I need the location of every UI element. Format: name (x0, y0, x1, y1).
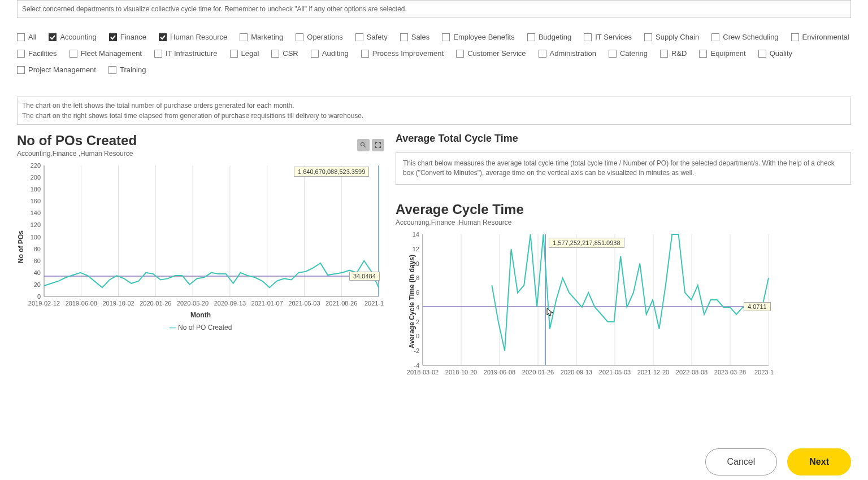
checkbox-label: Employee Benefits (453, 33, 514, 41)
department-checkbox-fleet-management[interactable]: Fleet Management (70, 49, 142, 58)
checkbox-icon (644, 33, 652, 41)
department-checkbox-all[interactable]: All (17, 33, 36, 41)
svg-text:2020-01-26: 2020-01-26 (140, 300, 171, 307)
department-checkbox-administration[interactable]: Administration (539, 49, 596, 58)
svg-text:2021-05-03: 2021-05-03 (599, 369, 631, 376)
checkbox-icon (108, 66, 116, 74)
checkbox-icon (456, 50, 464, 58)
checkbox-icon (271, 50, 279, 58)
department-checkbox-environmental[interactable]: Environmental (791, 33, 849, 41)
svg-text:160: 160 (31, 198, 41, 204)
department-checkbox-it-services[interactable]: IT Services (584, 33, 632, 41)
department-checkbox-group: AllAccountingFinanceHuman ResourceMarket… (17, 33, 851, 74)
department-checkbox-quality[interactable]: Quality (758, 49, 792, 58)
department-checkbox-auditing[interactable]: Auditing (311, 49, 349, 58)
svg-text:0: 0 (37, 293, 41, 300)
department-checkbox-safety[interactable]: Safety (355, 33, 388, 41)
svg-text:14: 14 (413, 231, 419, 238)
svg-text:12: 12 (413, 246, 419, 252)
department-checkbox-equipment[interactable]: Equipment (699, 49, 745, 58)
left-legend: — No of PO Created (17, 324, 384, 331)
department-checkbox-catering[interactable]: Catering (609, 49, 648, 58)
department-checkbox-customer-service[interactable]: Customer Service (456, 49, 526, 58)
svg-text:2020-01-26: 2020-01-26 (522, 369, 554, 376)
checkbox-icon (154, 50, 162, 58)
department-checkbox-supply-chain[interactable]: Supply Chain (644, 33, 699, 41)
svg-text:120: 120 (31, 221, 41, 228)
svg-text:100: 100 (31, 234, 41, 241)
checkbox-icon (442, 33, 450, 41)
department-checkbox-accounting[interactable]: Accounting (49, 33, 96, 41)
checkbox-label: Environmental (802, 33, 849, 41)
next-button[interactable]: Next (787, 448, 851, 475)
department-checkbox-crew-scheduling[interactable]: Crew Scheduling (711, 33, 778, 41)
checkbox-icon (609, 50, 617, 58)
checkbox-icon (699, 50, 707, 58)
right-tooltip: 1,577,252,217,851.0938 (549, 238, 624, 248)
checkbox-label: Training (120, 66, 146, 74)
checkbox-label: Administration (550, 49, 596, 58)
department-checkbox-operations[interactable]: Operations (296, 33, 343, 41)
instructions-text: Select concerned departments to visualiz… (22, 5, 407, 13)
department-checkbox-sales[interactable]: Sales (400, 33, 430, 41)
svg-text:2018-03-02: 2018-03-02 (407, 369, 439, 376)
checkbox-label: IT Infrastructure (166, 49, 218, 58)
right-y-axis-label: Average Cycle Time (in days) (408, 255, 416, 348)
department-checkbox-marketing[interactable]: Marketing (240, 33, 283, 41)
left-x-axis-label: Month (17, 311, 384, 319)
svg-text:6: 6 (416, 289, 419, 296)
department-checkbox-csr[interactable]: CSR (271, 49, 298, 58)
svg-text:220: 220 (31, 162, 41, 169)
checkbox-label: Equipment (710, 49, 745, 58)
right-chart-plot[interactable]: Average Cycle Time (in days) 2018-03-022… (396, 231, 851, 378)
left-chart-column: No of POs Created Accounting,Finance ,Hu… (17, 133, 384, 378)
checkbox-label: Accounting (60, 33, 96, 41)
checkbox-label: IT Services (595, 33, 632, 41)
checkbox-label: All (28, 33, 36, 41)
instructions-panel: Select concerned departments to visualiz… (17, 0, 851, 18)
department-checkbox-training[interactable]: Training (108, 66, 146, 74)
expand-icon[interactable] (372, 139, 384, 151)
right-chart-title: Average Cycle Time (396, 202, 851, 217)
department-checkbox-process-improvement[interactable]: Process Improvement (361, 49, 444, 58)
svg-text:2021-12-2: 2021-12-2 (364, 300, 384, 307)
cancel-button[interactable]: Cancel (705, 448, 778, 475)
checkbox-label: Human Resource (170, 33, 227, 41)
left-y-axis-label: No of POs (17, 230, 25, 263)
checkbox-icon (49, 33, 57, 41)
department-checkbox-facilities[interactable]: Facilities (17, 49, 57, 58)
checkbox-icon (400, 33, 408, 41)
checkbox-icon (791, 33, 799, 41)
svg-text:4: 4 (416, 304, 419, 311)
svg-text:2019-02-12: 2019-02-12 (28, 300, 60, 307)
left-tooltip: 1,640,670,088,523.3599 (294, 167, 369, 177)
department-checkbox-human-resource[interactable]: Human Resource (159, 33, 227, 41)
left-chart-subtitle: Accounting,Finance ,Human Resource (17, 150, 137, 158)
checkbox-icon (311, 50, 319, 58)
department-checkbox-it-infrastructure[interactable]: IT Infrastructure (154, 49, 218, 58)
department-checkbox-budgeting[interactable]: Budgeting (527, 33, 572, 41)
svg-text:2018-10-20: 2018-10-20 (445, 369, 477, 376)
department-checkbox-r&d[interactable]: R&D (660, 49, 687, 58)
svg-text:2021-01-07: 2021-01-07 (251, 300, 283, 307)
department-checkbox-employee-benefits[interactable]: Employee Benefits (442, 33, 514, 41)
checkbox-icon (758, 50, 766, 58)
checkbox-label: R&D (671, 49, 687, 58)
checkbox-icon (17, 33, 25, 41)
checkbox-label: Catering (620, 49, 648, 58)
checkbox-icon (109, 33, 117, 41)
department-checkbox-finance[interactable]: Finance (109, 33, 146, 41)
svg-line-1 (364, 146, 366, 147)
department-checkbox-project-management[interactable]: Project Management (17, 66, 96, 74)
department-checkbox-legal[interactable]: Legal (230, 49, 259, 58)
checkbox-label: Project Management (28, 66, 96, 74)
checkbox-label: Quality (770, 49, 792, 58)
svg-text:180: 180 (31, 186, 41, 193)
checkbox-icon (17, 66, 25, 74)
svg-point-0 (361, 143, 364, 146)
left-chart-plot[interactable]: No of POs 2019-02-122019-06-082019-10-02… (17, 162, 384, 331)
right-info-panel: This chart below measures the average to… (396, 152, 851, 185)
zoom-icon[interactable] (357, 139, 370, 151)
svg-text:2021-08-26: 2021-08-26 (326, 300, 357, 307)
svg-text:2023-03-28: 2023-03-28 (714, 369, 746, 376)
